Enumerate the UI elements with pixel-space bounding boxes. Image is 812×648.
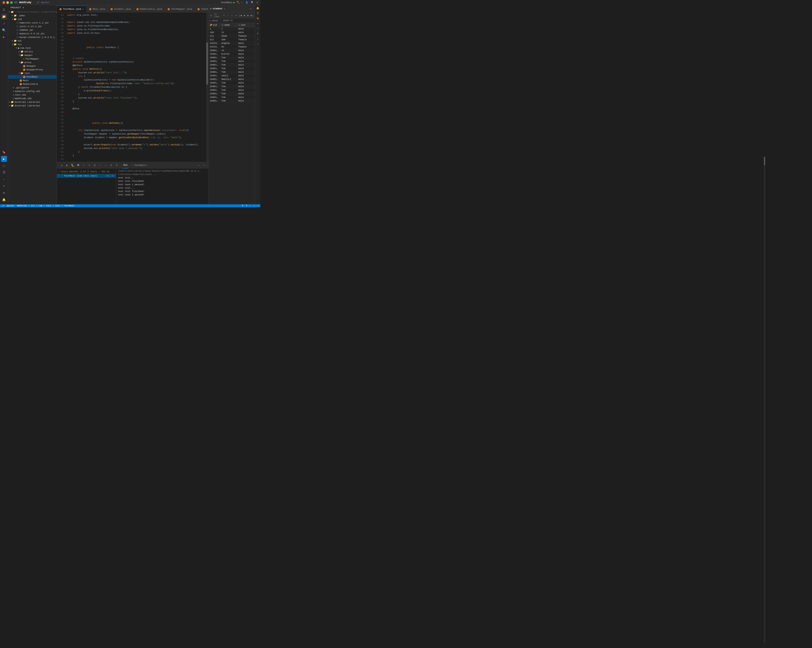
code-editor[interactable]: import org.junit.Test; import javax.net.… <box>65 12 206 162</box>
run-item-TestMain[interactable]: ✓ ✓ TestMain (com.test.test) 401 ms <box>57 174 116 178</box>
db-row[interactable]: 111 SSam female <box>208 34 255 38</box>
db-row[interactable]: 199013138 Tom male <box>208 99 255 103</box>
panel-more-btn[interactable]: ⋯ <box>196 163 201 168</box>
db-row[interactable]: 199013127 Tom male <box>208 67 255 70</box>
navigate-up-btn[interactable]: ↑ <box>98 163 102 168</box>
tab-Teacher[interactable]: ⬤ Teacher.java <box>195 6 208 12</box>
db-row[interactable]: 100 li male <box>208 31 255 34</box>
db-row[interactable]: 199012312 Jo male <box>208 49 255 52</box>
expand-btn[interactable]: ⊕ <box>109 163 114 168</box>
sidebar-item-webstudy[interactable]: ▼ 📁 WebStudy ~/Desktop/CS/JavaEE/1 JavaW… <box>8 10 56 14</box>
rs-spring-icon[interactable]: ⊕ <box>256 31 260 36</box>
hamburger-menu-icon[interactable]: ☰ <box>1 7 7 13</box>
close-button[interactable] <box>3 1 5 4</box>
close-failed-btn[interactable]: ✕ <box>87 163 92 168</box>
db-row[interactable]: 1 t male <box>208 27 255 31</box>
db-nav-first-btn[interactable]: |◀ <box>238 13 242 18</box>
sidebar-item-test[interactable]: ▼ 📂 test <box>8 72 56 75</box>
db-row[interactable]: 34234233 An female <box>208 45 255 49</box>
project-files-icon[interactable]: 📁 <box>1 14 7 20</box>
tab-close-TestMain[interactable]: ✕ <box>82 8 84 11</box>
panel-close-icon[interactable]: ✕ <box>146 164 148 166</box>
collapse-btn[interactable]: ⊖ <box>114 163 119 168</box>
db-row[interactable]: 199013128 Tom male <box>208 70 255 74</box>
tab-Main[interactable]: ⬤ Main.java <box>87 6 108 12</box>
account-icon[interactable]: 👤 <box>245 1 248 4</box>
sidebar-item-lombok[interactable]: ⬡ lombok.jar <box>8 28 56 32</box>
sidebar-item-entity[interactable]: ▶ 📁 entity <box>8 50 56 53</box>
rs-bookmark-icon[interactable]: 🔖 <box>256 16 260 20</box>
maximize-button[interactable] <box>10 1 13 4</box>
sidebar-item-Main[interactable]: ⬤ Main <box>8 79 56 82</box>
structure-icon[interactable]: ≡ <box>1 183 7 189</box>
sidebar-item-idea[interactable]: ▶ 📁 .idea <box>8 14 56 17</box>
sidebar-item-Shopper[interactable]: ⬤ Shopper <box>8 64 56 68</box>
mini-scroll[interactable] <box>206 12 208 162</box>
git-icon[interactable]: ⎇ <box>1 20 7 26</box>
search-icon[interactable]: 🔍 <box>251 1 254 4</box>
tab-TestMain[interactable]: ⬤ TestMain.java ✕ <box>57 6 87 12</box>
rs-db-icon[interactable]: 🗄 <box>256 11 260 15</box>
sidebar-item-lib[interactable]: ▼ 📂 lib <box>8 17 56 21</box>
check-btn[interactable]: ✓ <box>81 163 86 168</box>
panel-tab-run[interactable]: Run <box>122 162 128 168</box>
db-refresh-btn[interactable]: ↺ <box>209 13 213 18</box>
run-activity-icon[interactable]: ▶ <box>1 156 7 162</box>
notifications-icon[interactable]: 🔔 <box>1 197 7 203</box>
sidebar-item-mybatis-config[interactable]: ◈ mybatis-config.xml <box>8 89 56 93</box>
rs-notifications-icon[interactable]: 🔔 <box>256 6 260 10</box>
hierarchy-icon[interactable]: ⊞ <box>1 190 7 196</box>
rerun-btn[interactable]: ↺ <box>60 163 64 168</box>
db-row[interactable]: 312 Sam female <box>208 38 255 41</box>
filter-btn[interactable]: ⊟ <box>92 163 97 168</box>
db-row[interactable]: 199013137 Tom male <box>208 96 255 99</box>
sidebar-item-mapper[interactable]: ▼ 📂 mapper <box>8 53 56 57</box>
run-button[interactable]: ▶ <box>234 1 235 4</box>
build-button[interactable]: 🔨 <box>237 1 240 4</box>
sidebar-item-out[interactable]: ▶ 📁 out <box>8 39 56 43</box>
db-row[interactable]: 199013133 Tom male <box>208 81 255 85</box>
sidebar-item-proxy[interactable]: ▼ 📂 proxy <box>8 61 56 64</box>
db-row[interactable]: 199013124 Tom male <box>208 56 255 59</box>
minimize-button[interactable] <box>6 1 9 4</box>
bookmarks-icon[interactable]: 🔖 <box>1 149 7 155</box>
sidebar-item-WebStudy-iml[interactable]: ◫ WebStudy.iml <box>8 97 56 100</box>
sidebar-item-com-test[interactable]: ▼ ◉ com.test <box>8 46 56 50</box>
debug-btn[interactable]: 🐛 <box>70 163 75 168</box>
sidebar-item-text-xml[interactable]: ◈ text.xml <box>8 93 56 97</box>
db-icon[interactable]: 🗄 <box>1 169 7 175</box>
panel-minimize-btn[interactable]: — <box>202 163 206 168</box>
sidebar-item-gitignore[interactable]: ⊙ .gitignore <box>8 86 56 89</box>
tab-TestMapper[interactable]: ⬤ TestMapper.java <box>165 6 195 12</box>
navigate-down-btn[interactable]: ↓ <box>104 163 108 168</box>
rs-scroll-up-icon[interactable]: △ <box>256 37 260 41</box>
db-add-btn[interactable]: + <box>222 13 226 18</box>
db-more-btn[interactable]: ⋯ <box>249 6 253 11</box>
db-nav-next-btn[interactable]: ▶ <box>247 13 250 18</box>
rs-scroll-down-icon[interactable]: ▽ <box>256 41 260 46</box>
sidebar-item-TestMapper[interactable]: ◎ TestMapper <box>8 57 56 61</box>
db-commit-btn[interactable]: ✓ <box>230 13 234 18</box>
sidebar-item-mysql[interactable]: ⬡ mysql-connector-j-8.2.0.jar <box>8 35 56 39</box>
db-nav-last-btn[interactable]: ▶| <box>250 13 254 18</box>
sidebar-item-hamcrest[interactable]: ⬡ hamcrest-core-1.1.jar <box>8 21 56 24</box>
sidebar-item-src[interactable]: ▼ 📂 src <box>8 43 56 46</box>
sidebar-item-ShopperProxy[interactable]: ⬤ ShopperProxy <box>8 68 56 72</box>
run-debug-icon[interactable]: ▶ <box>1 34 7 40</box>
db-row[interactable]: 199013134 Tom male <box>208 85 255 88</box>
rs-maven-icon[interactable]: ◇ <box>256 26 260 30</box>
db-row[interactable]: 199013125 Tom male <box>208 59 255 63</box>
sidebar-item-scratches[interactable]: ▶ 📁 External Libraries <box>8 104 56 107</box>
db-delete-btn[interactable]: − <box>226 13 230 18</box>
git-activity-icon[interactable]: ⬡ <box>1 163 7 169</box>
rs-gradle-icon[interactable]: ◈ <box>256 21 260 26</box>
db-row[interactable]: 199013126 Tom male <box>208 63 255 67</box>
todo-icon[interactable]: ✓ <box>1 176 7 182</box>
db-row[interactable]: 199013123 EveYes male <box>208 52 255 56</box>
tab-Student[interactable]: ⬤ Student.java <box>108 6 134 12</box>
stop-btn[interactable]: ⏹ <box>76 163 81 168</box>
db-nav-prev-btn[interactable]: ◀ <box>243 13 246 18</box>
db-row[interactable]: 199013132 SmallLi male <box>208 78 255 81</box>
tab-MybatisUtil[interactable]: ⬤ MybatisUtil.java <box>134 6 165 12</box>
panel-tab-testmain[interactable]: ✓ TestMain ✕ <box>131 162 148 168</box>
